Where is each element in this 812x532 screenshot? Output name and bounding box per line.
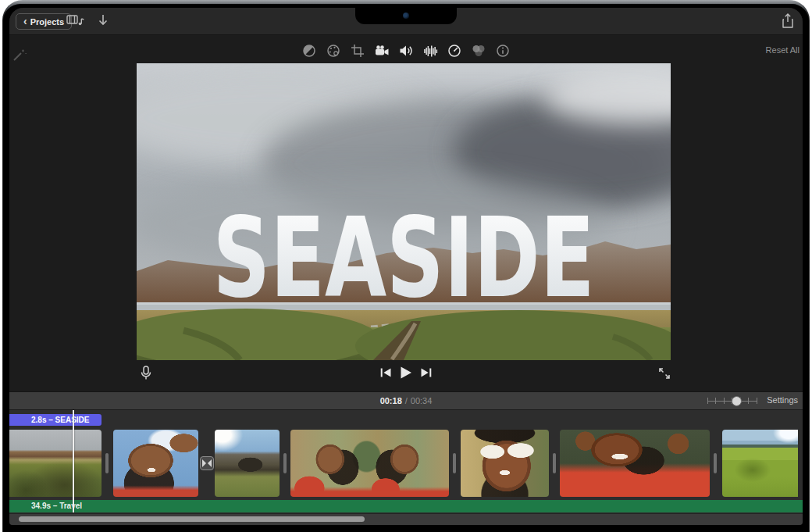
time-separator: / [405,396,408,405]
timeline: 2.8s – SEASIDE 34.9s – Travel [9,410,803,513]
clip-divider[interactable] [453,453,456,473]
media-browser-icon[interactable] [66,12,84,28]
color-correction-icon[interactable] [324,41,343,60]
clip-sunglasses-portrait[interactable] [461,430,549,497]
color-filters-icon[interactable] [469,41,488,60]
noise-equalizer-icon[interactable] [421,41,440,60]
display-notch [355,4,457,24]
transition-icon[interactable] [200,456,214,470]
speed-icon[interactable] [445,41,464,60]
volume-icon[interactable] [397,41,415,60]
download-arrow-icon[interactable] [97,12,109,28]
clip-divider[interactable] [553,453,556,473]
timeline-scrollbar [9,513,803,525]
next-frame-icon[interactable] [421,367,433,381]
adjustments-toolbar: Reset All [9,41,803,60]
viewer-panel: Reset All [9,35,803,391]
auto-enhance-wand-icon[interactable] [11,46,28,66]
clip-divider[interactable] [283,453,287,473]
scrollbar-thumb[interactable] [19,516,365,522]
macbook-mockup: ‹ Projects [0,0,812,532]
back-chevron-icon: ‹ [23,16,27,27]
info-icon[interactable] [493,41,512,60]
reset-all-button[interactable]: Reset All [766,45,800,55]
color-balance-icon[interactable] [300,41,319,60]
clip-laughing-portrait[interactable] [560,430,710,497]
back-to-projects-button[interactable]: ‹ Projects [16,13,72,30]
stabilization-icon[interactable] [372,41,391,60]
total-time: 00:34 [411,396,433,405]
timeline-zoom-slider[interactable] [707,397,757,405]
clip-divider[interactable] [714,453,717,473]
webcam-dot [403,12,409,19]
playhead[interactable] [73,410,74,512]
crop-icon[interactable] [348,41,367,60]
clip-portrait-fist[interactable] [113,430,198,497]
zoom-slider-thumb[interactable] [732,396,742,406]
clip-row [9,410,803,497]
projects-label: Projects [30,17,64,27]
settings-button[interactable]: Settings [767,395,798,405]
clip-divider[interactable] [105,453,109,473]
title-overlay: SEASIDE [213,195,595,322]
fullscreen-icon[interactable] [658,367,671,383]
clip-rocky-coast[interactable] [215,430,280,497]
clip-two-portraits[interactable] [290,430,449,497]
screen: ‹ Projects [3,4,809,532]
clip-mossy-hill[interactable] [722,430,798,497]
timeline-header: 00:18 / 00:34 Settings [9,391,803,410]
previous-frame-icon[interactable] [380,367,392,381]
play-icon[interactable] [400,366,413,383]
imovie-window: ‹ Projects [9,8,803,525]
voiceover-mic-icon[interactable] [139,365,153,385]
clip-field-landscape[interactable] [9,430,102,497]
transport-controls [9,365,803,388]
share-icon[interactable] [781,12,795,33]
current-time: 00:18 [380,396,402,405]
audio-clip-bar[interactable]: 34.9s – Travel [9,500,803,512]
video-preview: SEASIDE [137,63,671,360]
